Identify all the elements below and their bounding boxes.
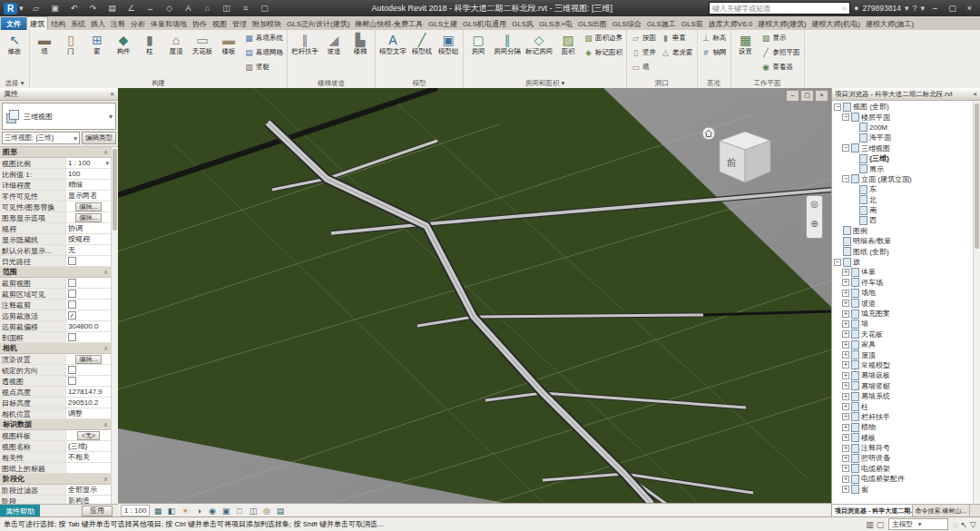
browser-scrollbar[interactable] <box>973 101 980 504</box>
ribbon-button[interactable]: ╱模型线 <box>409 31 435 57</box>
tree-item[interactable]: +植物 <box>832 422 973 432</box>
render-icon[interactable]: ◉ <box>206 506 218 516</box>
tree-toggle-icon[interactable]: + <box>842 403 849 410</box>
dimension-icon[interactable]: ↔ <box>142 0 159 16</box>
property-value[interactable]: 按规程 <box>65 234 111 244</box>
tree-toggle-icon[interactable]: + <box>842 445 849 452</box>
tree-toggle-icon[interactable]: + <box>842 300 849 307</box>
ribbon-tab-18[interactable]: GLS出图 <box>575 17 610 30</box>
tree-item[interactable]: 北 <box>832 195 973 205</box>
tree-toggle-icon[interactable]: + <box>842 320 849 328</box>
tree-item[interactable]: 明细表/数量 <box>832 236 973 246</box>
help-search-input[interactable]: 键入关键字或短语 ○ <box>709 2 850 15</box>
ribbon-button[interactable]: ◢坡道 <box>321 31 347 57</box>
browser-tab-0[interactable]: 项目浏览器 - 科学大道二期... <box>832 505 913 517</box>
section-collapse-icon[interactable]: ∧ <box>103 345 108 352</box>
tree-toggle-icon[interactable]: + <box>842 372 849 379</box>
view-restore-icon[interactable]: ▢ <box>800 90 814 102</box>
print-icon[interactable]: ▤ <box>104 0 121 16</box>
edit-button[interactable]: 编辑... <box>75 213 103 222</box>
ribbon-button[interactable]: ▤幕墙网格 <box>242 45 285 60</box>
property-value[interactable] <box>65 365 111 375</box>
property-value[interactable]: 协调 <box>65 223 111 233</box>
ribbon-tab-20[interactable]: GLS施工 <box>644 17 679 30</box>
properties-help-button[interactable]: 属性帮助 <box>0 505 40 517</box>
ribbon-button[interactable]: △老虎窗 <box>659 45 695 60</box>
property-value[interactable]: <无> <box>65 430 111 440</box>
property-value[interactable]: 290510.2 <box>65 398 111 408</box>
type-selector[interactable]: 三维视图 ▾ <box>2 103 116 130</box>
view-minimize-icon[interactable]: – <box>786 90 799 102</box>
property-value[interactable]: 精细 <box>65 180 111 190</box>
viewcube[interactable]: 前 <box>701 124 785 201</box>
edit-button[interactable]: 编辑... <box>75 202 103 211</box>
property-value[interactable] <box>65 278 111 288</box>
property-section-header[interactable]: 相机∧ <box>0 343 111 354</box>
ribbon-button[interactable]: ◆构件 <box>111 31 136 57</box>
tree-item[interactable]: +幕墙系统 <box>832 391 973 401</box>
section-collapse-icon[interactable]: ∧ <box>103 421 108 428</box>
section-collapse-icon[interactable]: ∧ <box>103 269 108 276</box>
ribbon-button[interactable]: ⊥标高 <box>700 31 729 45</box>
ribbon-button[interactable]: ▬楼板 <box>216 31 241 57</box>
property-value[interactable]: ✓ <box>65 310 111 320</box>
ribbon-button[interactable]: ▣模型组 <box>436 31 461 57</box>
tree-item[interactable]: 图例 <box>832 226 973 236</box>
detail-level-icon[interactable]: ▦ <box>152 506 163 516</box>
checkbox[interactable] <box>68 333 76 341</box>
tree-item[interactable]: +幕墙嵌板 <box>832 370 973 380</box>
property-section-header[interactable]: 标识数据∧ <box>0 419 111 430</box>
tree-item[interactable]: +楼板 <box>832 433 973 443</box>
ribbon-button[interactable]: ∥房间分隔 <box>492 31 523 57</box>
project-browser-close-icon[interactable]: × <box>973 90 977 98</box>
viewcube-home-icon[interactable] <box>702 127 715 140</box>
ribbon-button[interactable]: ◈标记面积 <box>582 45 624 60</box>
help-icon[interactable]: ? <box>912 4 916 13</box>
property-value[interactable] <box>65 300 111 310</box>
ribbon-button[interactable]: ▮垂直 <box>659 31 695 45</box>
property-value[interactable]: 304800.0 <box>65 321 111 331</box>
view-selector-dropdown[interactable]: 三维视图: {三维} ▾ <box>2 132 80 144</box>
checkbox[interactable] <box>68 279 76 287</box>
property-value[interactable]: 显示两者 <box>65 191 111 201</box>
property-value[interactable]: 编辑... <box>65 212 111 222</box>
checkbox[interactable] <box>68 257 76 265</box>
show-crop-icon[interactable]: □ <box>233 506 245 516</box>
tree-item[interactable]: −族 <box>832 257 973 267</box>
view-close-icon[interactable]: × <box>815 90 828 102</box>
tree-toggle-icon[interactable]: + <box>842 290 849 297</box>
tree-toggle-icon[interactable]: + <box>842 269 849 276</box>
ribbon-button[interactable]: ▦幕墙系统 <box>242 31 285 45</box>
edit-button[interactable]: <无> <box>77 431 100 440</box>
tree-toggle-icon[interactable]: + <box>842 476 849 483</box>
ribbon-button[interactable]: ⌂屋顶 <box>163 31 189 57</box>
ribbon-tab-23[interactable]: 建模大师(建筑) <box>755 17 808 30</box>
tree-item[interactable]: −三维视图 <box>832 143 973 153</box>
ribbon-button[interactable]: ▙楼梯 <box>348 31 373 57</box>
property-value[interactable] <box>65 332 111 342</box>
maximize-button[interactable]: ▢ <box>946 4 959 13</box>
tree-toggle-icon[interactable]: + <box>842 330 849 338</box>
ribbon-button[interactable]: ▭天花板 <box>190 31 215 57</box>
property-value[interactable]: 无 <box>65 245 111 255</box>
ribbon-tab-10[interactable]: 管理 <box>230 17 250 30</box>
tree-toggle-icon[interactable]: + <box>842 310 849 318</box>
tree-item[interactable]: +家具 <box>832 339 973 349</box>
property-value[interactable]: {三维} <box>65 441 111 451</box>
checkbox[interactable] <box>68 377 76 385</box>
ribbon-tab-file[interactable]: 文件 <box>1 17 26 30</box>
nav-zoom-icon[interactable]: ⊕ <box>807 219 823 235</box>
visual-style-icon[interactable]: ◧ <box>165 506 177 516</box>
browser-tab-1[interactable]: 命令搜索.橡树山... <box>913 505 971 517</box>
tree-item[interactable]: +注释符号 <box>832 443 973 453</box>
ribbon-button[interactable]: ▬墙 <box>32 31 57 57</box>
tree-item[interactable]: +照明设备 <box>832 453 973 463</box>
tree-item[interactable]: +停车场 <box>832 278 973 288</box>
property-value[interactable]: 编辑... <box>65 354 111 364</box>
ribbon-tab-11[interactable]: 附加模块 <box>250 17 284 30</box>
apply-button[interactable]: 应用 <box>82 506 113 516</box>
ribbon-tab-16[interactable]: GLS风 <box>509 17 536 30</box>
tree-toggle-icon[interactable]: + <box>842 341 849 349</box>
tree-item[interactable]: 展示 <box>832 163 973 173</box>
tree-item[interactable]: +栏杆扶手 <box>832 412 973 422</box>
